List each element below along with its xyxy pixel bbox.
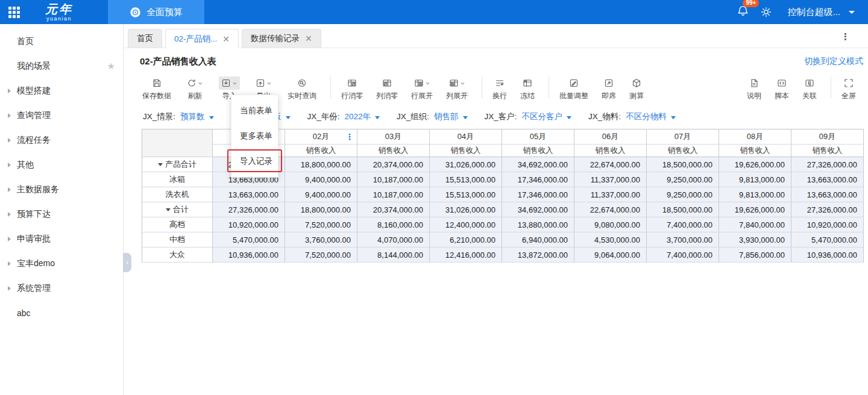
data-cell[interactable]: 13,872,000.00 (502, 247, 574, 263)
settings-gear-icon[interactable] (761, 7, 772, 17)
script-button[interactable]: 脚本 (770, 75, 794, 103)
menu-item-import-records[interactable]: 导入记录 (231, 149, 278, 174)
menu-item-current-form[interactable]: 当前表单 (231, 98, 278, 123)
data-cell[interactable]: 10,936,000.00 (791, 247, 864, 263)
filter-value-customer[interactable]: 不区分客户 (522, 111, 572, 122)
adhoc-button[interactable]: 即席 (597, 75, 621, 103)
data-cell[interactable]: 3,930,000.00 (719, 232, 791, 247)
data-cell[interactable]: 6,210,000.00 (430, 232, 502, 247)
tab-product-sales-form[interactable]: 02-产品销...✕ (165, 29, 239, 48)
data-cell[interactable]: 18,500,000.00 (647, 157, 719, 172)
sidebar-item-others[interactable]: 其他 (0, 152, 123, 177)
data-cell[interactable]: 34,692,000.00 (502, 157, 574, 172)
realtime-query-button[interactable]: 实时查询 (283, 75, 321, 103)
filter-value-org[interactable]: 销售部 (434, 111, 468, 122)
data-cell[interactable]: 31,026,000.00 (430, 157, 502, 172)
month-header-cell[interactable]: 08月 (719, 129, 791, 145)
data-cell[interactable]: 9,250,000.00 (647, 172, 719, 187)
data-cell[interactable]: 15,513,000.00 (430, 172, 502, 187)
data-cell[interactable]: 9,250,000.00 (647, 187, 719, 202)
fullscreen-button[interactable]: 全屏 (837, 75, 861, 103)
sidebar-item-my-scenes[interactable]: 我的场景★ (0, 54, 123, 78)
sidebar-item-application-approval[interactable]: 申请审批 (0, 226, 123, 251)
data-cell[interactable]: 9,400,000.00 (285, 172, 357, 187)
filter-value-scenario[interactable]: 预算数 (180, 111, 214, 122)
row-label-cell[interactable]: 中档 (142, 232, 213, 247)
data-cell[interactable]: 11,337,000.00 (574, 187, 647, 202)
wrap-line-button[interactable]: 换行 (488, 75, 512, 103)
sidebar-item-home[interactable]: 首页 (0, 29, 123, 54)
data-cell[interactable]: 4,530,000.00 (574, 232, 647, 247)
refresh-button[interactable]: 刷新 (180, 75, 210, 103)
data-cell[interactable]: 8,160,000.00 (357, 217, 430, 232)
data-cell[interactable]: 7,520,000.00 (285, 247, 357, 263)
sidebar-item-budget-release[interactable]: 预算下达 (0, 202, 123, 226)
data-cell[interactable]: 12,400,000.00 (430, 217, 502, 232)
data-cell[interactable]: 9,813,000.00 (719, 172, 791, 187)
data-cell[interactable]: 7,400,000.00 (647, 247, 719, 263)
data-cell[interactable]: 13,663,000.00 (791, 172, 864, 187)
data-cell[interactable]: 3,700,000.00 (647, 232, 719, 247)
sidebar-item-process-tasks[interactable]: 流程任务 (0, 128, 123, 152)
description-button[interactable]: 说明 (742, 75, 766, 103)
sidebar-item-abc[interactable]: abc (0, 300, 123, 325)
month-header-cell[interactable]: 06月 (574, 129, 647, 145)
sidebar-item-master-data-service[interactable]: 主数据服务 (0, 177, 123, 202)
data-cell[interactable]: 19,626,000.00 (719, 202, 791, 217)
month-header-cell[interactable]: 02月⋮ (285, 129, 357, 145)
batch-adjust-button[interactable]: 批量调整 (555, 75, 593, 103)
switch-define-mode-link[interactable]: 切换到定义模式 (804, 56, 863, 67)
data-cell[interactable]: 10,920,000.00 (213, 217, 285, 232)
data-cell[interactable]: 3,760,000.00 (285, 232, 357, 247)
data-cell[interactable]: 11,337,000.00 (574, 172, 647, 187)
data-cell[interactable]: 19,626,000.00 (719, 157, 791, 172)
data-cell[interactable]: 5,470,000.00 (791, 232, 864, 247)
row-label-cell[interactable]: 洗衣机 (142, 187, 213, 202)
data-cell[interactable]: 4,070,000.00 (357, 232, 430, 247)
tabstrip-more-icon[interactable]: ⋮ (841, 31, 850, 42)
data-cell[interactable]: 9,080,000.00 (574, 217, 647, 232)
data-cell[interactable]: 15,513,000.00 (430, 187, 502, 202)
row-label-cell[interactable]: 产品合计 (142, 157, 213, 172)
app-tab-budget[interactable]: 全面预算 (108, 0, 204, 24)
menu-item-more-forms[interactable]: 更多表单 (231, 123, 278, 149)
tab-data-transfer-records[interactable]: 数据传输记录✕ (242, 29, 321, 48)
month-header-cell[interactable]: 04月 (430, 129, 502, 145)
data-cell[interactable]: 20,374,000.00 (357, 202, 430, 217)
freeze-button[interactable]: 冻结 (515, 75, 539, 103)
data-cell[interactable]: 10,936,000.00 (213, 247, 285, 263)
data-cell[interactable]: 27,326,000.00 (791, 202, 864, 217)
data-cell[interactable]: 13,880,000.00 (502, 217, 574, 232)
data-cell[interactable]: 31,026,000.00 (430, 202, 502, 217)
data-cell[interactable]: 22,674,000.00 (574, 202, 647, 217)
filter-value-year[interactable]: 2022年 (345, 111, 380, 122)
data-cell[interactable]: 7,400,000.00 (647, 217, 719, 232)
data-cell[interactable]: 9,064,000.00 (574, 247, 647, 263)
month-header-cell[interactable]: 03月 (357, 129, 430, 145)
data-cell[interactable]: 7,856,000.00 (719, 247, 791, 263)
column-menu-icon[interactable]: ⋮ (345, 132, 354, 142)
month-header-cell[interactable]: 09月 (791, 129, 864, 145)
data-cell[interactable]: 8,144,000.00 (357, 247, 430, 263)
data-cell[interactable]: 5,470,000.00 (213, 232, 285, 247)
sidebar-item-model-building[interactable]: 模型搭建 (0, 78, 123, 103)
data-cell[interactable]: 12,416,000.00 (430, 247, 502, 263)
data-cell[interactable]: 13,663,000.00 (213, 187, 285, 202)
tab-home[interactable]: 首页 (128, 29, 162, 48)
sidebar-collapse-handle[interactable]: › (123, 253, 131, 272)
data-cell[interactable]: 9,400,000.00 (285, 187, 357, 202)
row-label-cell[interactable]: 合计 (142, 202, 213, 217)
data-cell[interactable]: 17,346,000.00 (502, 187, 574, 202)
star-icon[interactable]: ★ (107, 61, 115, 72)
app-launcher-icon[interactable] (8, 7, 20, 18)
save-data-button[interactable]: 保存数据 (137, 75, 176, 103)
data-cell[interactable]: 27,326,000.00 (791, 157, 864, 172)
filter-value-material[interactable]: 不区分物料 (626, 111, 676, 122)
data-cell[interactable]: 17,346,000.00 (502, 172, 574, 187)
row-clear-zero-button[interactable]: 行消零 (336, 75, 368, 103)
user-menu[interactable]: 控制台超级... (787, 7, 840, 18)
month-header-cell[interactable]: 07月 (647, 129, 719, 145)
data-cell[interactable]: 22,674,000.00 (574, 157, 647, 172)
data-cell[interactable]: 27,326,000.00 (213, 202, 285, 217)
data-cell[interactable]: 13,663,000.00 (791, 187, 864, 202)
